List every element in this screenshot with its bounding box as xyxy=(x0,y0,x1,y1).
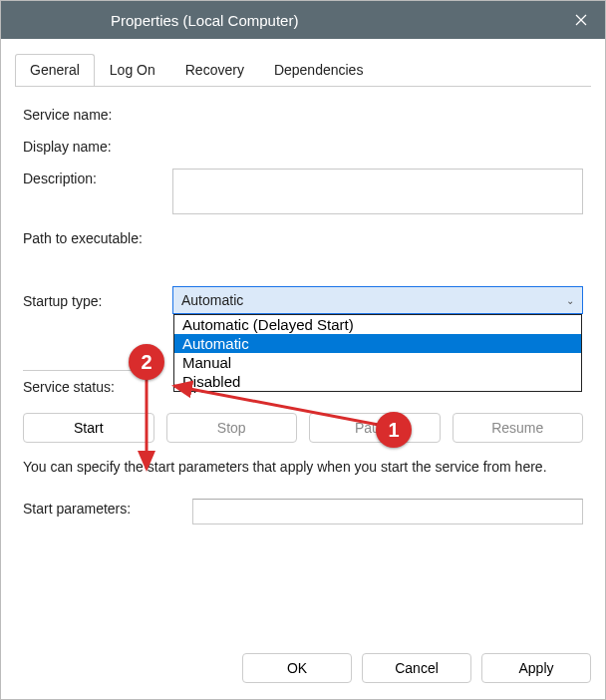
startup-type-dropdown: Automatic (Delayed Start) Automatic Manu… xyxy=(173,314,582,392)
option-disabled[interactable]: Disabled xyxy=(174,372,581,391)
option-automatic[interactable]: Automatic xyxy=(174,334,581,353)
dialog-footer: OK Cancel Apply xyxy=(1,641,605,699)
pause-button[interactable]: Pause xyxy=(309,413,441,443)
tab-recovery[interactable]: Recovery xyxy=(170,54,259,87)
resume-button[interactable]: Resume xyxy=(453,413,584,443)
callout-2: 2 xyxy=(129,344,164,380)
start-button[interactable]: Start xyxy=(23,413,154,443)
start-parameters-input[interactable] xyxy=(192,499,583,525)
tab-general[interactable]: General xyxy=(15,54,95,87)
label-startup-type: Startup type: xyxy=(23,291,172,309)
tab-log-on[interactable]: Log On xyxy=(95,54,170,87)
label-start-params: Start parameters: xyxy=(23,499,192,517)
startup-type-value: Automatic xyxy=(181,292,243,308)
titlebar: Properties (Local Computer) xyxy=(1,1,605,39)
close-button[interactable] xyxy=(557,1,605,39)
label-service-status: Service status: xyxy=(23,377,172,395)
description-field[interactable] xyxy=(172,169,583,214)
tab-dependencies[interactable]: Dependencies xyxy=(259,54,379,87)
label-path: Path to executable: xyxy=(23,228,143,246)
properties-dialog: Properties (Local Computer) General Log … xyxy=(0,0,606,700)
option-manual[interactable]: Manual xyxy=(174,353,581,372)
label-service-name: Service name: xyxy=(23,105,172,123)
startup-type-combobox[interactable]: Automatic ⌄ Automatic (Delayed Start) Au… xyxy=(172,286,583,314)
chevron-down-icon: ⌄ xyxy=(566,295,574,306)
tab-panel-general: Service name: Display name: Description:… xyxy=(15,86,591,641)
tabstrip: General Log On Recovery Dependencies xyxy=(1,39,605,86)
close-icon xyxy=(575,14,587,26)
stop-button[interactable]: Stop xyxy=(166,413,298,443)
ok-button[interactable]: OK xyxy=(242,653,352,683)
label-display-name: Display name: xyxy=(23,137,172,155)
callout-1: 1 xyxy=(376,412,412,448)
label-description: Description: xyxy=(23,169,172,186)
hint-text: You can specify the start parameters tha… xyxy=(23,457,583,477)
window-title: Properties (Local Computer) xyxy=(111,12,298,29)
cancel-button[interactable]: Cancel xyxy=(362,653,471,683)
option-automatic-delayed[interactable]: Automatic (Delayed Start) xyxy=(174,315,581,334)
apply-button[interactable]: Apply xyxy=(481,653,591,683)
